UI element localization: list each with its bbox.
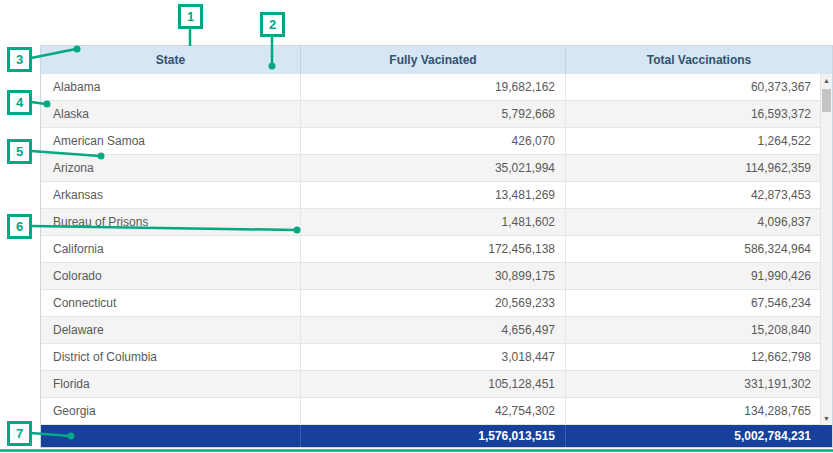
row-state: Connecticut	[41, 290, 301, 316]
screenshot-canvas: State Fully Vacinated Total Vaccinations…	[0, 0, 833, 453]
row-state: Arkansas	[41, 182, 301, 208]
callout-4: 4	[7, 90, 32, 115]
row-total-vaccinations: 114,962,359	[566, 155, 832, 181]
row-total-vaccinations: 134,288,765	[566, 398, 832, 424]
table-row[interactable]: American Samoa 426,070 1,264,522	[41, 128, 832, 155]
row-state: Arizona	[41, 155, 301, 181]
table-total-row: 1,576,013,515 5,002,784,231	[41, 425, 832, 447]
row-fully-vaccinated: 30,899,175	[301, 263, 566, 289]
table-body: Alabama 19,682,162 60,373,367 Alaska 5,7…	[41, 74, 832, 425]
row-fully-vaccinated: 35,021,994	[301, 155, 566, 181]
table-row[interactable]: Arkansas 13,481,269 42,873,453	[41, 182, 832, 209]
table-header-row: State Fully Vacinated Total Vaccinations	[41, 46, 832, 74]
callout-1: 1	[178, 4, 203, 29]
row-state: American Samoa	[41, 128, 301, 154]
row-state: California	[41, 236, 301, 262]
row-total-vaccinations: 586,324,964	[566, 236, 832, 262]
table-row[interactable]: Connecticut 20,569,233 67,546,234	[41, 290, 832, 317]
row-state: District of Columbia	[41, 344, 301, 370]
row-fully-vaccinated: 3,018,447	[301, 344, 566, 370]
row-total-vaccinations: 67,546,234	[566, 290, 832, 316]
row-total-vaccinations: 15,208,840	[566, 317, 832, 343]
table-row[interactable]: Florida 105,128,451 331,191,302	[41, 371, 832, 398]
callout-5: 5	[7, 139, 32, 164]
table-row[interactable]: Georgia 42,754,302 134,288,765	[41, 398, 832, 425]
row-state: Colorado	[41, 263, 301, 289]
vaccination-table: State Fully Vacinated Total Vaccinations…	[40, 45, 833, 448]
row-state: Delaware	[41, 317, 301, 343]
row-total-vaccinations: 1,264,522	[566, 128, 832, 154]
row-total-vaccinations: 42,873,453	[566, 182, 832, 208]
row-total-vaccinations: 12,662,798	[566, 344, 832, 370]
row-fully-vaccinated: 20,569,233	[301, 290, 566, 316]
callout-3: 3	[7, 47, 32, 72]
row-fully-vaccinated: 5,792,668	[301, 101, 566, 127]
table-row[interactable]: Alabama 19,682,162 60,373,367	[41, 74, 832, 101]
row-total-vaccinations: 91,990,426	[566, 263, 832, 289]
row-state: Alaska	[41, 101, 301, 127]
column-header-total-vaccinations[interactable]: Total Vaccinations	[566, 46, 832, 74]
row-state: Florida	[41, 371, 301, 397]
row-state: Alabama	[41, 74, 301, 100]
total-row-state-cell	[41, 425, 301, 447]
column-header-state[interactable]: State	[41, 46, 301, 74]
row-total-vaccinations: 60,373,367	[566, 74, 832, 100]
vertical-scrollbar[interactable]: ▲ ▼	[820, 74, 832, 425]
scrollbar-thumb[interactable]	[822, 89, 831, 112]
callout-2: 2	[260, 12, 285, 37]
row-fully-vaccinated: 172,456,138	[301, 236, 566, 262]
row-fully-vaccinated: 1,481,602	[301, 209, 566, 235]
table-row[interactable]: Bureau of Prisons 1,481,602 4,096,837	[41, 209, 832, 236]
table-row[interactable]: District of Columbia 3,018,447 12,662,79…	[41, 344, 832, 371]
row-total-vaccinations: 16,593,372	[566, 101, 832, 127]
row-fully-vaccinated: 4,656,497	[301, 317, 566, 343]
callout-7: 7	[7, 421, 32, 446]
row-fully-vaccinated: 42,754,302	[301, 398, 566, 424]
scroll-down-icon[interactable]: ▼	[821, 412, 832, 425]
callout-6: 6	[7, 214, 32, 239]
row-fully-vaccinated: 105,128,451	[301, 371, 566, 397]
row-state: Bureau of Prisons	[41, 209, 301, 235]
table-row[interactable]: Delaware 4,656,497 15,208,840	[41, 317, 832, 344]
table-row[interactable]: Alaska 5,792,668 16,593,372	[41, 101, 832, 128]
scroll-up-icon[interactable]: ▲	[821, 74, 832, 87]
total-row-fully-vaccinated: 1,576,013,515	[301, 425, 566, 447]
row-total-vaccinations: 4,096,837	[566, 209, 832, 235]
row-fully-vaccinated: 426,070	[301, 128, 566, 154]
table-row[interactable]: Arizona 35,021,994 114,962,359	[41, 155, 832, 182]
row-state: Georgia	[41, 398, 301, 424]
row-fully-vaccinated: 19,682,162	[301, 74, 566, 100]
row-fully-vaccinated: 13,481,269	[301, 182, 566, 208]
row-total-vaccinations: 331,191,302	[566, 371, 832, 397]
table-row[interactable]: California 172,456,138 586,324,964	[41, 236, 832, 263]
table-row[interactable]: Colorado 30,899,175 91,990,426	[41, 263, 832, 290]
column-header-fully-vaccinated[interactable]: Fully Vacinated	[301, 46, 566, 74]
total-row-total-vaccinations: 5,002,784,231	[566, 425, 832, 447]
